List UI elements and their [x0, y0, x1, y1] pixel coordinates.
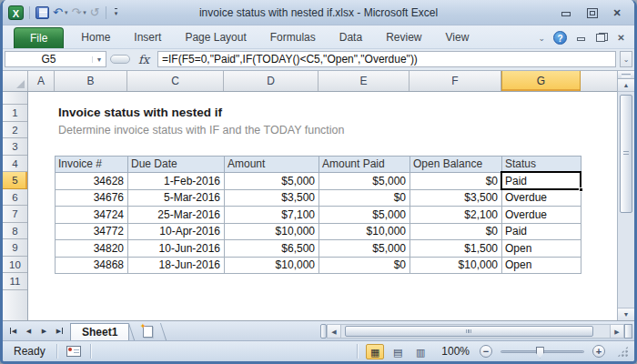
workbook-close-icon[interactable]: ✕ [615, 33, 627, 43]
header-invoice[interactable]: Invoice # [56, 156, 128, 173]
row-header-6[interactable]: 6 [3, 189, 27, 207]
zoom-out-button[interactable]: − [480, 345, 492, 358]
select-all-button[interactable] [3, 71, 28, 91]
cell-e7[interactable]: $5,000 [319, 207, 410, 224]
horizontal-scroll-thumb[interactable] [345, 326, 593, 337]
cell-e10[interactable]: $0 [319, 257, 410, 274]
tab-insert[interactable]: Insert [122, 26, 173, 48]
vertical-scroll-track[interactable] [618, 92, 634, 308]
formula-input[interactable]: =IF(F5=0,"Paid",IF(TODAY()<C5,"Open","Ov… [157, 51, 616, 67]
column-header-c[interactable]: C [127, 71, 224, 91]
cell-c5[interactable]: 1-Feb-2016 [128, 173, 225, 190]
column-header-d[interactable]: D [224, 71, 318, 91]
cell-b6[interactable]: 34676 [56, 189, 128, 207]
customize-qat-icon[interactable]: ▾ [115, 8, 118, 17]
cell-b5[interactable]: 34628 [56, 173, 128, 190]
row-header-7[interactable]: 7 [3, 206, 27, 223]
cell-g9[interactable]: Open [502, 240, 581, 258]
cell-c7[interactable]: 25-Mar-2016 [128, 207, 225, 224]
page-break-view-button[interactable]: ▥ [411, 344, 430, 359]
restore-button[interactable] [585, 7, 598, 18]
resize-grip[interactable] [617, 346, 629, 358]
cell-b8[interactable]: 34772 [56, 223, 128, 240]
horizontal-split-handle[interactable] [624, 324, 632, 339]
minimize-button[interactable] [560, 7, 572, 18]
cell-d8[interactable]: $10,000 [225, 223, 319, 240]
row-header-4[interactable]: 4 [3, 156, 27, 173]
redo-dropdown-icon[interactable]: ▾ [83, 9, 86, 16]
insert-worksheet-tab[interactable]: ✦ [134, 323, 161, 340]
row-header-11[interactable]: 11 [3, 273, 27, 290]
scroll-right-icon[interactable]: ▶ [610, 324, 624, 339]
cell-g6[interactable]: Overdue [502, 189, 581, 207]
excel-app-icon[interactable]: X [8, 5, 24, 20]
column-header-b[interactable]: B [55, 71, 127, 91]
name-box[interactable]: G5 ▼ [5, 51, 106, 67]
last-sheet-icon[interactable]: ▶ [53, 324, 66, 338]
minimize-ribbon-icon[interactable]: ⌄ [538, 34, 545, 43]
zoom-slider-track[interactable] [500, 350, 584, 353]
tab-review[interactable]: Review [374, 26, 433, 48]
row-header-1[interactable]: 1 [3, 105, 27, 122]
zoom-level[interactable]: 100% [441, 345, 470, 358]
tab-formulas[interactable]: Formulas [258, 26, 328, 48]
tab-split-handle[interactable] [320, 324, 327, 339]
cell-e5[interactable]: $5,000 [319, 173, 410, 190]
undo-dropdown-icon[interactable]: ▾ [65, 9, 68, 16]
next-sheet-icon[interactable]: ▶ [37, 324, 51, 338]
cells-canvas[interactable]: Invoice status with nested if Determine … [28, 92, 617, 320]
cell-d9[interactable]: $6,500 [225, 240, 319, 258]
cell-f9[interactable]: $1,500 [410, 240, 502, 258]
close-button[interactable]: ✕ [611, 7, 623, 18]
first-sheet-icon[interactable]: ◀ [6, 324, 20, 338]
tab-page-layout[interactable]: Page Layout [173, 26, 258, 48]
page-layout-view-button[interactable]: ▤ [389, 344, 407, 359]
zoom-in-button[interactable]: + [592, 345, 605, 358]
repeat-icon[interactable]: ↺ [90, 5, 100, 20]
header-amount-paid[interactable]: Amount Paid [319, 156, 410, 173]
cell-f5[interactable]: $0 [410, 173, 502, 190]
scroll-down-icon[interactable]: ▼ [618, 308, 634, 320]
cell-c10[interactable]: 18-Jun-2016 [128, 257, 225, 274]
tab-data[interactable]: Data [328, 26, 374, 48]
expand-formula-bar-icon[interactable]: ⌄ [620, 51, 632, 67]
cell-f7[interactable]: $2,100 [410, 207, 502, 224]
row-header-5-selected[interactable]: 5 [3, 172, 27, 189]
cell-b9[interactable]: 34820 [56, 240, 128, 258]
scroll-left-icon[interactable]: ◀ [327, 324, 341, 339]
row-header-10[interactable]: 10 [3, 257, 27, 274]
row-header-9[interactable]: 9 [3, 239, 27, 257]
cell-f8[interactable]: $0 [410, 223, 502, 240]
horizontal-scroll-track[interactable] [341, 324, 610, 339]
cell-e9[interactable]: $5,000 [319, 240, 410, 258]
zoom-slider-thumb[interactable] [536, 347, 544, 359]
tab-file[interactable]: File [14, 27, 64, 48]
vertical-scroll-thumb[interactable] [620, 95, 632, 213]
cell-b7[interactable]: 34724 [56, 207, 128, 224]
help-icon[interactable]: ? [553, 31, 567, 45]
save-icon[interactable] [35, 6, 49, 19]
column-header-a[interactable]: A [28, 71, 55, 91]
cell-d6[interactable]: $3,500 [225, 189, 319, 207]
fill-handle[interactable] [579, 187, 583, 192]
tab-home[interactable]: Home [69, 26, 122, 48]
normal-view-button[interactable]: ▦ [366, 344, 384, 359]
vertical-scrollbar[interactable]: ▲ ▼ [617, 71, 634, 320]
active-cell-selection-border[interactable] [500, 171, 581, 191]
tab-view[interactable]: View [434, 26, 481, 48]
header-open-balance[interactable]: Open Balance [410, 156, 502, 173]
redo-icon[interactable]: ↷ [71, 5, 81, 20]
header-amount[interactable]: Amount [225, 156, 319, 173]
previous-sheet-icon[interactable]: ◀ [22, 324, 35, 338]
header-due-date[interactable]: Due Date [128, 156, 225, 173]
cell-f10[interactable]: $10,000 [410, 257, 502, 274]
vertical-split-handle[interactable] [618, 71, 634, 79]
insert-function-icon[interactable]: fx [134, 53, 154, 66]
workbook-restore-icon[interactable] [595, 33, 607, 43]
name-box-dropdown-icon[interactable]: ▼ [92, 56, 106, 63]
scroll-up-icon[interactable]: ▲ [618, 79, 634, 92]
sheet-tab-sheet1[interactable]: Sheet1 [70, 323, 129, 340]
cell-b10[interactable]: 34868 [56, 257, 128, 274]
cell-g10[interactable]: Open [502, 257, 581, 274]
column-header-e[interactable]: E [318, 71, 410, 91]
